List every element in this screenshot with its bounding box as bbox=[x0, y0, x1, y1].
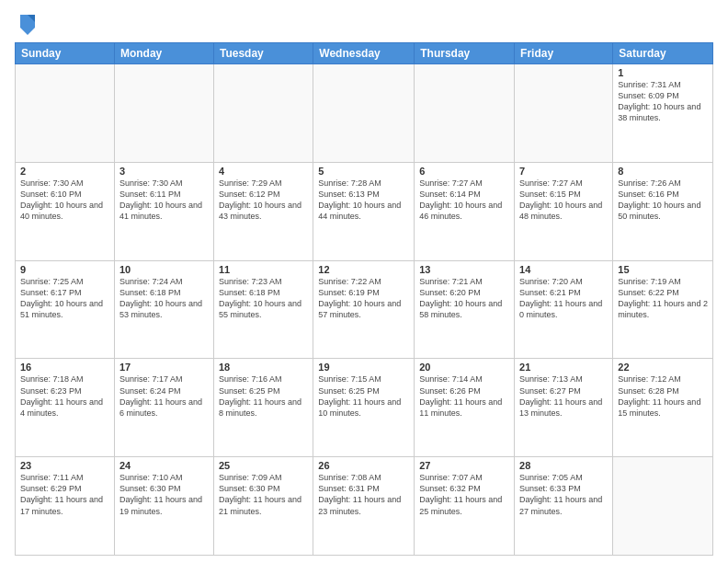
day-info: Sunrise: 7:19 AM Sunset: 6:22 PM Dayligh… bbox=[618, 276, 708, 321]
calendar-cell: 11Sunrise: 7:23 AM Sunset: 6:18 PM Dayli… bbox=[213, 260, 313, 359]
calendar-cell bbox=[213, 64, 313, 163]
day-number: 13 bbox=[419, 264, 509, 275]
day-number: 21 bbox=[519, 362, 608, 373]
day-number: 25 bbox=[219, 460, 308, 471]
calendar-body: 1Sunrise: 7:31 AM Sunset: 6:09 PM Daylig… bbox=[16, 64, 713, 556]
calendar-cell: 15Sunrise: 7:19 AM Sunset: 6:22 PM Dayli… bbox=[613, 260, 713, 359]
day-info: Sunrise: 7:18 AM Sunset: 6:23 PM Dayligh… bbox=[20, 373, 109, 419]
weekday-header: Friday bbox=[515, 43, 613, 64]
day-info: Sunrise: 7:12 AM Sunset: 6:28 PM Dayligh… bbox=[618, 373, 708, 419]
day-number: 10 bbox=[119, 264, 209, 275]
day-info: Sunrise: 7:30 AM Sunset: 6:10 PM Dayligh… bbox=[20, 178, 109, 223]
day-number: 26 bbox=[318, 460, 409, 471]
logo-icon bbox=[17, 11, 39, 37]
calendar-cell: 9Sunrise: 7:25 AM Sunset: 6:17 PM Daylig… bbox=[16, 260, 115, 359]
weekday-header: Wednesday bbox=[313, 43, 415, 64]
day-info: Sunrise: 7:08 AM Sunset: 6:31 PM Dayligh… bbox=[318, 472, 409, 517]
day-info: Sunrise: 7:30 AM Sunset: 6:11 PM Dayligh… bbox=[119, 178, 209, 223]
header bbox=[15, 11, 713, 37]
day-number: 20 bbox=[419, 362, 509, 373]
calendar-week: 23Sunrise: 7:11 AM Sunset: 6:29 PM Dayli… bbox=[16, 457, 713, 556]
calendar-cell bbox=[415, 64, 515, 163]
day-info: Sunrise: 7:09 AM Sunset: 6:30 PM Dayligh… bbox=[219, 472, 308, 517]
day-info: Sunrise: 7:22 AM Sunset: 6:19 PM Dayligh… bbox=[318, 276, 409, 321]
day-info: Sunrise: 7:07 AM Sunset: 6:32 PM Dayligh… bbox=[419, 472, 509, 517]
weekday-header: Sunday bbox=[16, 43, 115, 64]
day-number: 14 bbox=[519, 264, 608, 275]
day-number: 3 bbox=[119, 166, 209, 177]
day-number: 5 bbox=[318, 166, 409, 177]
day-info: Sunrise: 7:16 AM Sunset: 6:25 PM Dayligh… bbox=[219, 373, 308, 419]
logo bbox=[15, 11, 40, 37]
day-number: 23 bbox=[20, 460, 109, 471]
weekday-header: Saturday bbox=[613, 43, 713, 64]
day-number: 28 bbox=[519, 460, 608, 471]
calendar-cell: 16Sunrise: 7:18 AM Sunset: 6:23 PM Dayli… bbox=[16, 359, 115, 457]
day-info: Sunrise: 7:13 AM Sunset: 6:27 PM Dayligh… bbox=[519, 373, 608, 419]
calendar-cell: 7Sunrise: 7:27 AM Sunset: 6:15 PM Daylig… bbox=[515, 162, 613, 260]
calendar-cell: 22Sunrise: 7:12 AM Sunset: 6:28 PM Dayli… bbox=[613, 359, 713, 457]
calendar-cell: 2Sunrise: 7:30 AM Sunset: 6:10 PM Daylig… bbox=[16, 162, 115, 260]
day-info: Sunrise: 7:25 AM Sunset: 6:17 PM Dayligh… bbox=[20, 276, 109, 321]
day-info: Sunrise: 7:10 AM Sunset: 6:30 PM Dayligh… bbox=[119, 472, 209, 517]
calendar-cell: 4Sunrise: 7:29 AM Sunset: 6:12 PM Daylig… bbox=[213, 162, 313, 260]
day-number: 2 bbox=[20, 166, 109, 177]
calendar-cell bbox=[313, 64, 415, 163]
day-info: Sunrise: 7:29 AM Sunset: 6:12 PM Dayligh… bbox=[219, 178, 308, 223]
weekday-header: Monday bbox=[114, 43, 213, 64]
calendar-week: 16Sunrise: 7:18 AM Sunset: 6:23 PM Dayli… bbox=[16, 359, 713, 457]
day-number: 9 bbox=[20, 264, 109, 275]
calendar-cell: 10Sunrise: 7:24 AM Sunset: 6:18 PM Dayli… bbox=[114, 260, 213, 359]
calendar-cell: 12Sunrise: 7:22 AM Sunset: 6:19 PM Dayli… bbox=[313, 260, 415, 359]
calendar-cell: 14Sunrise: 7:20 AM Sunset: 6:21 PM Dayli… bbox=[515, 260, 613, 359]
page: SundayMondayTuesdayWednesdayThursdayFrid… bbox=[0, 0, 728, 563]
calendar-cell: 5Sunrise: 7:28 AM Sunset: 6:13 PM Daylig… bbox=[313, 162, 415, 260]
calendar-cell: 20Sunrise: 7:14 AM Sunset: 6:26 PM Dayli… bbox=[415, 359, 515, 457]
calendar-cell: 27Sunrise: 7:07 AM Sunset: 6:32 PM Dayli… bbox=[415, 457, 515, 556]
weekday-header: Thursday bbox=[415, 43, 515, 64]
day-number: 12 bbox=[318, 264, 409, 275]
day-info: Sunrise: 7:27 AM Sunset: 6:15 PM Dayligh… bbox=[519, 178, 608, 223]
calendar-cell: 23Sunrise: 7:11 AM Sunset: 6:29 PM Dayli… bbox=[16, 457, 115, 556]
calendar-cell: 18Sunrise: 7:16 AM Sunset: 6:25 PM Dayli… bbox=[213, 359, 313, 457]
calendar-week: 9Sunrise: 7:25 AM Sunset: 6:17 PM Daylig… bbox=[16, 260, 713, 359]
day-number: 8 bbox=[618, 166, 708, 177]
day-number: 24 bbox=[119, 460, 209, 471]
calendar-cell: 6Sunrise: 7:27 AM Sunset: 6:14 PM Daylig… bbox=[415, 162, 515, 260]
day-number: 15 bbox=[618, 264, 708, 275]
day-number: 16 bbox=[20, 362, 109, 373]
day-number: 4 bbox=[219, 166, 308, 177]
weekday-header: Tuesday bbox=[213, 43, 313, 64]
calendar: SundayMondayTuesdayWednesdayThursdayFrid… bbox=[15, 42, 713, 556]
calendar-cell bbox=[16, 64, 115, 163]
day-number: 18 bbox=[219, 362, 308, 373]
calendar-cell: 28Sunrise: 7:05 AM Sunset: 6:33 PM Dayli… bbox=[515, 457, 613, 556]
day-info: Sunrise: 7:31 AM Sunset: 6:09 PM Dayligh… bbox=[618, 79, 708, 124]
calendar-week: 2Sunrise: 7:30 AM Sunset: 6:10 PM Daylig… bbox=[16, 162, 713, 260]
day-info: Sunrise: 7:23 AM Sunset: 6:18 PM Dayligh… bbox=[219, 276, 308, 321]
day-info: Sunrise: 7:21 AM Sunset: 6:20 PM Dayligh… bbox=[419, 276, 509, 321]
calendar-cell bbox=[515, 64, 613, 163]
day-number: 6 bbox=[419, 166, 509, 177]
calendar-cell: 8Sunrise: 7:26 AM Sunset: 6:16 PM Daylig… bbox=[613, 162, 713, 260]
day-info: Sunrise: 7:17 AM Sunset: 6:24 PM Dayligh… bbox=[119, 373, 209, 419]
day-info: Sunrise: 7:14 AM Sunset: 6:26 PM Dayligh… bbox=[419, 373, 509, 419]
day-info: Sunrise: 7:05 AM Sunset: 6:33 PM Dayligh… bbox=[519, 472, 608, 517]
day-info: Sunrise: 7:11 AM Sunset: 6:29 PM Dayligh… bbox=[20, 472, 109, 517]
calendar-cell: 13Sunrise: 7:21 AM Sunset: 6:20 PM Dayli… bbox=[415, 260, 515, 359]
calendar-cell: 26Sunrise: 7:08 AM Sunset: 6:31 PM Dayli… bbox=[313, 457, 415, 556]
calendar-cell bbox=[613, 457, 713, 556]
calendar-cell: 25Sunrise: 7:09 AM Sunset: 6:30 PM Dayli… bbox=[213, 457, 313, 556]
calendar-cell: 21Sunrise: 7:13 AM Sunset: 6:27 PM Dayli… bbox=[515, 359, 613, 457]
day-info: Sunrise: 7:26 AM Sunset: 6:16 PM Dayligh… bbox=[618, 178, 708, 223]
calendar-cell: 1Sunrise: 7:31 AM Sunset: 6:09 PM Daylig… bbox=[613, 64, 713, 163]
day-number: 7 bbox=[519, 166, 608, 177]
calendar-cell: 24Sunrise: 7:10 AM Sunset: 6:30 PM Dayli… bbox=[114, 457, 213, 556]
calendar-week: 1Sunrise: 7:31 AM Sunset: 6:09 PM Daylig… bbox=[16, 64, 713, 163]
day-number: 27 bbox=[419, 460, 509, 471]
day-number: 22 bbox=[618, 362, 708, 373]
day-info: Sunrise: 7:15 AM Sunset: 6:25 PM Dayligh… bbox=[318, 373, 409, 419]
calendar-cell bbox=[114, 64, 213, 163]
day-number: 11 bbox=[219, 264, 308, 275]
day-number: 19 bbox=[318, 362, 409, 373]
